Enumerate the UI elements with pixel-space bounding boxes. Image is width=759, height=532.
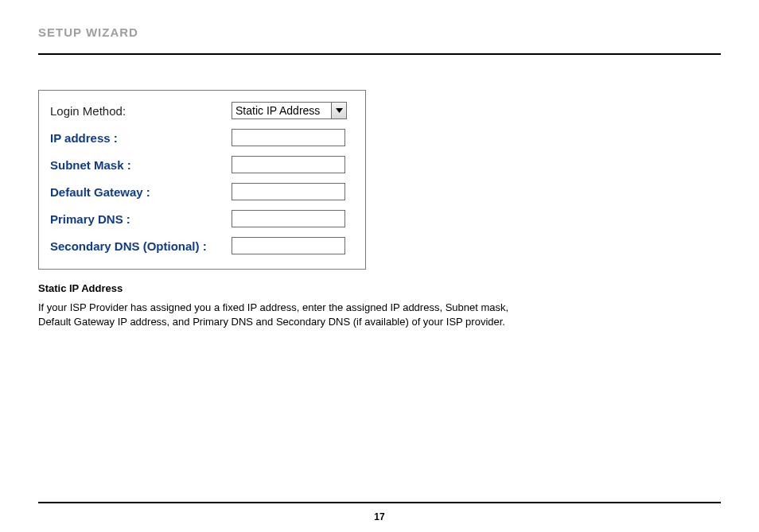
dropdown-button[interactable] [331,103,346,118]
row-primary-dns: Primary DNS : [50,210,354,227]
row-default-gateway: Default Gateway : [50,183,354,200]
page-header: SETUP WIZARD [38,0,721,55]
login-method-select[interactable]: Static IP Address [232,102,347,119]
row-login-method: Login Method: Static IP Address [50,102,354,119]
login-method-value: Static IP Address [232,104,331,117]
label-ip-address: IP address : [50,131,232,145]
subnet-mask-input[interactable] [232,156,345,173]
chevron-down-icon [336,108,343,113]
config-panel: Login Method: Static IP Address IP addre… [38,90,366,270]
label-subnet-mask: Subnet Mask : [50,158,232,172]
label-default-gateway: Default Gateway : [50,185,232,199]
row-secondary-dns: Secondary DNS (Optional) : [50,237,354,254]
svg-marker-0 [336,108,343,113]
ip-address-input[interactable] [232,129,345,146]
label-primary-dns: Primary DNS : [50,212,232,226]
section-body: If your ISP Provider has assigned you a … [38,301,516,328]
primary-dns-input[interactable] [232,210,345,227]
page-number: 17 [0,511,759,522]
default-gateway-input[interactable] [232,183,345,200]
manual-page: SETUP WIZARD Login Method: Static IP Add… [0,0,759,532]
row-subnet-mask: Subnet Mask : [50,156,354,173]
label-login-method: Login Method: [50,104,232,118]
header-rule [38,53,721,55]
label-secondary-dns: Secondary DNS (Optional) : [50,239,232,253]
secondary-dns-input[interactable] [232,237,345,254]
footer-rule [38,502,721,503]
row-ip-address: IP address : [50,129,354,146]
page-title: SETUP WIZARD [38,25,721,39]
section-subtitle: Static IP Address [38,282,721,294]
